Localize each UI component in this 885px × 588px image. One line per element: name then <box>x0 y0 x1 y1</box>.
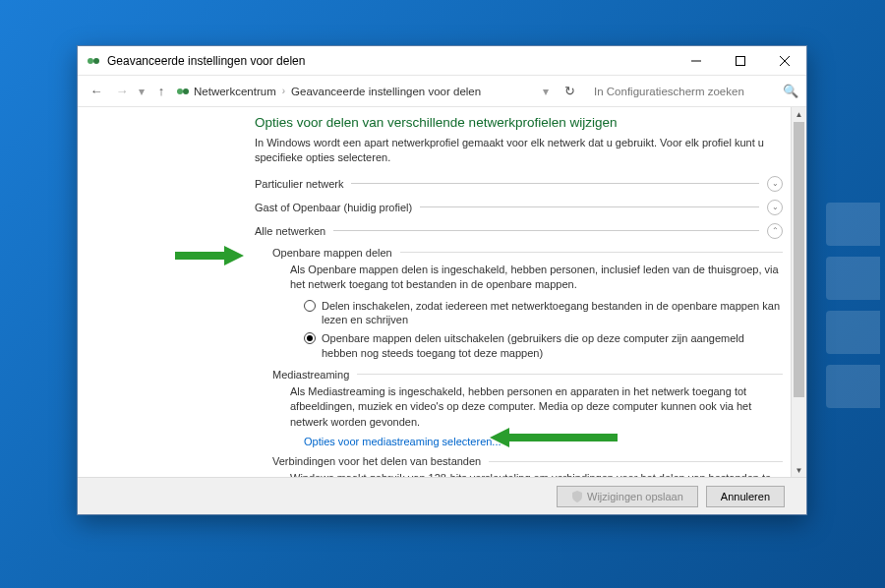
minimize-button[interactable] <box>674 46 718 76</box>
settings-window: Geavanceerde instellingen voor delen ← →… <box>77 45 807 515</box>
section-label: Gast of Openbaar (huidig profiel) <box>255 202 412 213</box>
window-icon <box>86 53 101 69</box>
refresh-button[interactable]: ↻ <box>559 84 580 98</box>
radio-label: Openbare mappen delen uitschakelen (gebr… <box>322 331 783 361</box>
network-center-icon <box>176 85 190 98</box>
save-changes-button[interactable]: Wijzigingen opslaan <box>557 486 698 507</box>
navbar: ← → ▾ ↑ Netwerkcentrum › Geavanceerde in… <box>78 76 806 107</box>
radio-icon[interactable] <box>304 300 316 312</box>
nav-back-button[interactable]: ← <box>86 81 107 102</box>
svg-point-0 <box>88 58 93 64</box>
maximize-button[interactable] <box>718 46 762 76</box>
cancel-button[interactable]: Annuleren <box>706 486 785 507</box>
subsection-public-folders: Openbare mappen delen Als Openbare mappe… <box>272 247 783 361</box>
radio-enable-sharing[interactable]: Delen inschakelen, zodat iedereen met ne… <box>304 299 783 328</box>
search-input[interactable] <box>588 81 775 102</box>
search-icon: 🔍 <box>783 84 798 98</box>
content-scroll: Opties voor delen van verschillende netw… <box>78 107 806 477</box>
button-label: Wijzigingen opslaan <box>587 491 683 502</box>
page-title: Opties voor delen van verschillende netw… <box>255 115 783 130</box>
mediastreaming-options-link[interactable]: Opties voor mediastreaming selecteren... <box>304 436 783 447</box>
content-area: Opties voor delen van verschillende netw… <box>78 107 806 477</box>
breadcrumb-item-2[interactable]: Geavanceerde instellingen voor delen <box>291 86 481 97</box>
section-guest-public[interactable]: Gast of Openbaar (huidig profiel) ⌄ <box>255 200 783 215</box>
nav-up-button[interactable]: ↑ <box>150 81 172 102</box>
breadcrumb-item-1[interactable]: Netwerkcentrum <box>194 86 276 97</box>
chevron-right-icon: › <box>282 86 285 96</box>
radio-icon[interactable] <box>304 332 316 344</box>
svg-point-6 <box>177 88 183 94</box>
scrollbar[interactable]: ▲ ▼ <box>791 107 806 477</box>
subsection-description: Als Mediastreaming is ingeschakeld, hebb… <box>290 384 783 430</box>
scroll-down-icon[interactable]: ▼ <box>792 463 806 477</box>
subsection-description: Windows maakt gebruik van 128-bits versl… <box>290 471 783 477</box>
section-label: Particulier netwerk <box>255 178 343 190</box>
breadcrumb-dropdown-icon[interactable]: ▾ <box>543 85 549 98</box>
svg-point-7 <box>183 88 189 94</box>
radio-disable-sharing[interactable]: Openbare mappen delen uitschakelen (gebr… <box>304 331 783 361</box>
subsection-mediastreaming: Mediastreaming Als Mediastreaming is ing… <box>272 369 783 447</box>
subsection-filesharing: Verbindingen voor het delen van bestande… <box>272 455 783 477</box>
subsection-title: Mediastreaming <box>272 369 349 381</box>
svg-point-1 <box>93 58 99 64</box>
breadcrumb[interactable]: Netwerkcentrum › Geavanceerde instelling… <box>176 85 537 98</box>
scroll-up-icon[interactable]: ▲ <box>792 107 806 121</box>
window-title: Geavanceerde instellingen voor delen <box>107 54 674 68</box>
scrollbar-thumb[interactable] <box>794 122 804 397</box>
shield-icon <box>571 491 583 502</box>
subsection-title: Openbare mappen delen <box>272 247 392 259</box>
close-button[interactable] <box>762 46 806 76</box>
window-controls <box>674 46 806 76</box>
button-label: Annuleren <box>721 491 770 502</box>
chevron-down-icon[interactable]: ⌄ <box>767 200 783 215</box>
section-private-network[interactable]: Particulier netwerk ⌄ <box>255 176 783 192</box>
page-description: In Windows wordt een apart netwerkprofie… <box>255 136 783 166</box>
radio-label: Delen inschakelen, zodat iedereen met ne… <box>322 299 783 328</box>
section-all-networks[interactable]: Alle netwerken ⌃ <box>255 223 783 239</box>
subsection-description: Als Openbare mappen delen is ingeschakel… <box>290 263 783 293</box>
chevron-down-icon[interactable]: ⌄ <box>767 176 783 192</box>
titlebar: Geavanceerde instellingen voor delen <box>78 46 806 76</box>
svg-rect-3 <box>736 56 744 65</box>
chevron-up-icon[interactable]: ⌃ <box>767 223 783 239</box>
desktop-background-bars <box>826 197 885 413</box>
subsection-title: Verbindingen voor het delen van bestande… <box>272 455 481 467</box>
section-label: Alle netwerken <box>255 225 325 237</box>
footer: Wijzigingen opslaan Annuleren <box>78 477 806 514</box>
nav-forward-button[interactable]: → <box>111 81 133 102</box>
